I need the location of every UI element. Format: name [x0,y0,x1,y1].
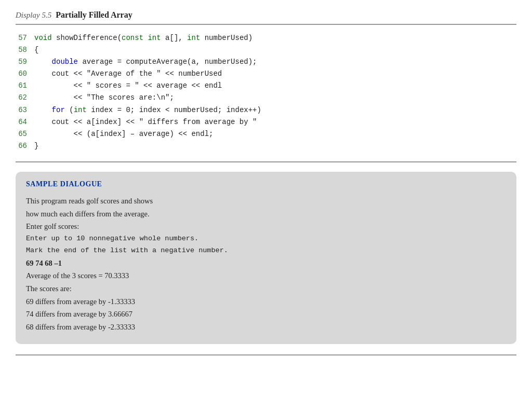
dialogue-line: Enter golf scores: [26,220,506,233]
line-number: 64 [16,116,34,128]
display-title: Partially Filled Array [56,10,132,20]
line-number: 63 [16,104,34,116]
dialogue-line: Average of the 3 scores = 70.3333 [26,269,506,282]
code-line: 61 << " scores = " << average << endl [16,80,516,92]
line-number: 62 [16,92,34,104]
line-content: << " scores = " << average << endl [34,80,222,92]
dialogue-line: Mark the end of the list with a negative… [26,245,506,257]
bottom-rule [16,354,516,355]
line-content: { [34,44,38,56]
line-content: << "The scores are:\n"; [34,92,174,104]
line-number: 61 [16,80,34,92]
line-number: 65 [16,128,34,140]
sample-dialogue-box: Sample Dialogue This program reads golf … [16,172,516,344]
dialogue-line: This program reads golf scores and shows [26,195,506,208]
display-header: Display 5.5 Partially Filled Array [16,10,516,25]
sample-dialogue-title: Sample Dialogue [26,180,506,188]
line-content: } [34,140,38,152]
line-content: double average = computeAverage(a, numbe… [34,56,257,68]
code-line: 57void showDifference(const int a[], int… [16,32,516,44]
line-content: for (int index = 0; index < numberUsed; … [34,104,261,116]
code-line: 60 cout << "Average of the " << numberUs… [16,68,516,80]
dialogue-line: 69 74 68 –1 [26,257,506,270]
code-line: 63 for (int index = 0; index < numberUse… [16,104,516,116]
dialogue-line: Enter up to 10 nonnegative whole numbers… [26,233,506,245]
code-block: 57void showDifference(const int a[], int… [16,25,516,162]
dialogue-line: 69 differs from average by -1.33333 [26,295,506,308]
code-line: 64 cout << a[index] << " differs from av… [16,116,516,128]
code-line: 62 << "The scores are:\n"; [16,92,516,104]
line-content: << (a[index] – average) << endl; [34,128,213,140]
line-number: 58 [16,44,34,56]
dialogue-line: 74 differs from average by 3.66667 [26,308,506,321]
dialogue-line: 68 differs from average by -2.33333 [26,321,506,334]
dialogue-line: The scores are: [26,282,506,295]
line-content: cout << a[index] << " differs from avera… [34,116,257,128]
line-number: 57 [16,32,34,44]
line-content: cout << "Average of the " << numberUsed [34,68,222,80]
code-line: 66} [16,140,516,152]
dialogue-content: This program reads golf scores and shows… [26,195,506,334]
display-label: Display 5.5 [16,11,51,20]
line-number: 60 [16,68,34,80]
code-line: 65 << (a[index] – average) << endl; [16,128,516,140]
dialogue-line: how much each differs from the average. [26,208,506,221]
line-number: 59 [16,56,34,68]
line-number: 66 [16,140,34,152]
line-content: void showDifference(const int a[], int n… [34,32,252,44]
code-line: 59 double average = computeAverage(a, nu… [16,56,516,68]
code-line: 58{ [16,44,516,56]
